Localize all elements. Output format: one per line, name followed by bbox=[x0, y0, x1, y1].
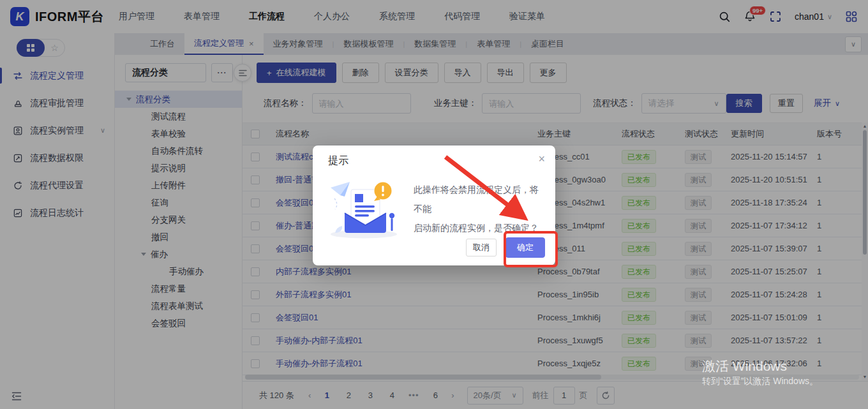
close-icon[interactable]: × bbox=[538, 152, 545, 166]
dialog-title: 提示 bbox=[328, 154, 348, 168]
confirm-dialog: 提示 × 此操作将会禁用流程定义后，将不能 启动新的流程实例，是否确定？ 取消 bbox=[313, 145, 555, 265]
dialog-message: 此操作将会禁用流程定义后，将不能 启动新的流程实例，是否确定？ bbox=[414, 180, 546, 237]
cancel-button[interactable]: 取消 bbox=[466, 239, 497, 257]
mail-illustration bbox=[326, 175, 403, 242]
confirm-button[interactable]: 确定 bbox=[505, 237, 545, 258]
